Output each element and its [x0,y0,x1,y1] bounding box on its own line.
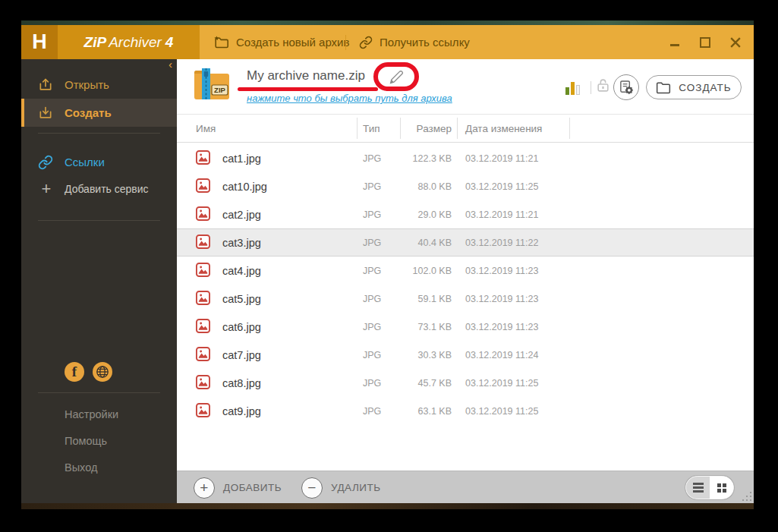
sidebar-item-label: Создать [65,106,112,119]
remove-button-label: УДАЛИТЬ [331,482,381,493]
sidebar-item-links[interactable]: Ссылки [21,148,177,176]
file-size: 29.0 KB [391,200,452,228]
minimize-button[interactable] [667,35,682,50]
column-separator [569,118,570,139]
jpg-file-icon [196,347,210,364]
table-row[interactable]: cat10.jpg JPG 88.0 KB 03.12.2019 11:25 [177,172,754,200]
tab-label: Получить ссылку [380,36,470,49]
file-size: 30.3 KB [391,341,452,369]
grid-view-button[interactable] [710,477,733,499]
add-files-button[interactable]: + ДОБАВИТЬ [194,471,282,504]
table-row[interactable]: cat1.jpg JPG 122.3 KB 03.12.2019 11:21 [177,144,754,172]
app-window: H ZiP Archiver 4 Создать новый архив [21,25,754,503]
file-date: 03.12.2019 11:25 [465,369,538,397]
sidebar-item-exit[interactable]: Выход [65,458,97,477]
file-date: 03.12.2019 11:21 [465,144,538,172]
edit-name-button[interactable] [389,70,404,84]
file-name: cat5.jpg [222,285,261,313]
resize-grip[interactable] [742,491,751,501]
column-header-date[interactable]: Дата изменения [465,115,542,142]
table-row[interactable]: cat7.jpg JPG 30.3 KB 03.12.2019 11:24 [177,341,754,369]
table-row[interactable]: cat9.jpg JPG 63.1 KB 03.12.2019 11:25 [177,397,754,425]
desktop-sliver-bottom [21,503,754,509]
folder-icon [656,81,671,94]
archive-name-field[interactable]: My archive name.zip [247,68,365,83]
table-row[interactable]: cat8.jpg JPG 45.7 KB 03.12.2019 11:25 [177,369,754,397]
file-type: JPG [363,313,381,341]
file-type: JPG [363,369,381,397]
file-date: 03.12.2019 11:23 [465,285,538,313]
tab-label: Создать новый архив [236,36,349,49]
facebook-button[interactable]: f [65,362,84,382]
choose-path-link[interactable]: нажмите что бы выбрать путь для архива [247,93,452,104]
website-button[interactable] [93,362,112,382]
file-date: 03.12.2019 11:24 [465,341,538,369]
sidebar-item-label: Добавить сервис [65,183,149,195]
sidebar-item-settings[interactable]: Настройки [65,405,118,423]
title-bar: H ZiP Archiver 4 Создать новый архив [21,25,754,59]
file-date: 03.12.2019 11:23 [465,257,538,285]
create-icon [38,105,55,121]
link-icon [38,155,55,170]
table-row[interactable]: cat6.jpg JPG 73.1 KB 03.12.2019 11:23 [177,313,754,341]
file-name: cat4.jpg [222,257,261,285]
file-type: JPG [363,200,381,228]
archive-header: ZIP My archive name.zip нажмите что бы в… [177,59,754,114]
app-name-bold: ZiP [84,34,107,51]
table-row[interactable]: cat3.jpg JPG 40.4 KB 03.12.2019 11:22 [177,228,754,257]
app-title: ZiP Archiver 4 [58,25,200,59]
annotation-red-underline [238,87,378,91]
sidebar-divider [38,220,160,221]
header-separator [591,81,591,94]
jpg-file-icon [196,375,210,392]
table-header: Имя Тип Размер Дата изменения [177,114,754,143]
create-archive-button[interactable]: СОЗДАТЬ [646,75,742,99]
archive-settings-button[interactable] [613,74,639,100]
facebook-icon: f [72,364,77,380]
plus-icon: + [38,179,55,199]
jpg-file-icon [196,319,210,336]
table-row[interactable]: cat2.jpg JPG 29.0 KB 03.12.2019 11:21 [177,200,754,228]
password-lock-button[interactable] [597,78,609,96]
column-separator [357,118,358,139]
list-icon [693,483,704,485]
app-version: 4 [165,34,174,51]
tab-create-new-archive[interactable]: Создать новый архив [213,25,349,59]
sidebar-collapse-button[interactable]: ‹ [169,59,172,70]
sidebar-item-open[interactable]: Открыть [21,71,177,99]
column-header-size[interactable]: Размер [408,115,452,142]
file-name: cat8.jpg [222,369,261,397]
jpg-file-icon [196,178,210,196]
table-row[interactable]: cat4.jpg JPG 102.0 KB 03.12.2019 11:23 [177,257,754,285]
file-size: 45.7 KB [391,369,452,397]
sidebar-divider [38,133,160,134]
window-controls [667,25,743,59]
sidebar-item-create[interactable]: Создать [21,99,177,127]
list-view-button[interactable] [686,477,710,499]
sidebar-item-label: Ссылки [65,156,105,168]
compression-level-icon[interactable] [565,80,585,95]
file-type: JPG [363,172,381,200]
maximize-button[interactable] [698,35,713,50]
tab-get-link[interactable]: Получить ссылку [359,25,470,59]
minus-icon: − [301,477,323,499]
logo-letter: H [32,30,47,54]
file-size: 59.1 KB [391,285,452,313]
file-type: JPG [363,285,381,313]
globe-icon [96,365,109,379]
column-header-name[interactable]: Имя [196,115,216,142]
sidebar-item-add-service[interactable]: + Добавить сервис [21,175,177,203]
table-row[interactable]: cat5.jpg JPG 59.1 KB 03.12.2019 11:23 [177,285,754,313]
close-button[interactable] [728,35,743,50]
file-type: JPG [363,397,381,425]
jpg-file-icon [196,206,210,224]
remove-files-button[interactable]: − УДАЛИТЬ [301,471,381,504]
file-size: 102.0 KB [391,257,452,285]
app-logo: H [21,25,58,59]
minimize-icon [670,44,679,46]
column-header-type[interactable]: Тип [363,115,380,142]
sidebar-item-help[interactable]: Помощь [65,432,107,450]
sidebar-item-label: Открыть [65,78,109,91]
jpg-file-icon [196,403,210,420]
file-name: cat6.jpg [222,313,261,341]
